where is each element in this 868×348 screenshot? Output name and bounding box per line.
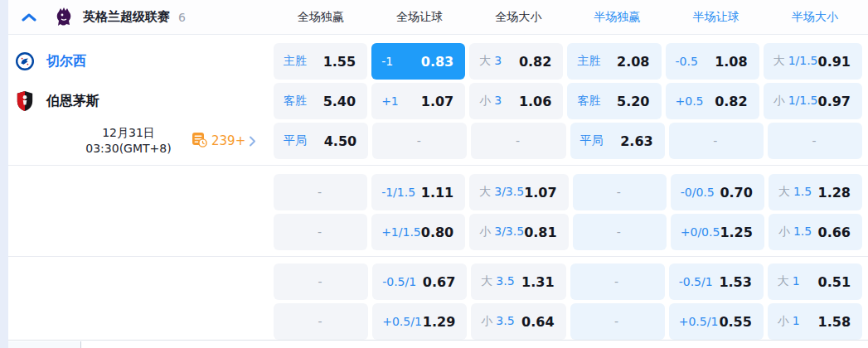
odds-value: 0.51 (818, 274, 851, 290)
odds-row: --1/1.51.11大3/3.51.07--0/0.50.70大1.51.28 (274, 174, 862, 210)
over-under-char: 小 (778, 314, 789, 327)
odds-cell[interactable]: 小3/3.50.81 (469, 214, 568, 250)
over-under-char: 小 (479, 94, 491, 107)
overunder-line-label: 小3.5 (481, 314, 514, 329)
odds-cell[interactable]: +1/1.50.80 (371, 214, 465, 250)
odds-cell[interactable]: -10.83 (371, 43, 465, 80)
dash-placeholder: - (812, 134, 816, 147)
odds-value: 1.06 (519, 94, 551, 109)
match-datetime: 12月31日 03:30(GMT+8) (50, 123, 207, 159)
handicap-line-label: -1 (381, 55, 393, 68)
chevron-right-icon (249, 136, 256, 147)
handicap-line-label: -0.5/1 (679, 275, 713, 288)
handicap-line-label: -0/0.5 (681, 186, 715, 199)
odds-cell[interactable]: 小1.50.66 (769, 214, 862, 250)
odds-cell-empty: - (274, 174, 367, 210)
over-under-char: 大 (778, 274, 789, 288)
odds-grid: 主胜1.55-10.83大30.82主胜2.08-0.51.08大1/1.50.… (274, 0, 862, 348)
odds-cell[interactable]: 主胜2.08 (567, 43, 661, 80)
over-under-char: 大 (778, 185, 790, 198)
match-date: 12月31日 (102, 125, 155, 141)
dash-placeholder: - (318, 186, 322, 199)
overunder-line-label: 大3.5 (481, 274, 514, 289)
overunder-line-label: 大1/1.5 (773, 54, 818, 69)
odds-cell[interactable]: 小1/1.50.97 (764, 83, 862, 119)
odds-value: 0.97 (818, 94, 851, 109)
odds-cell[interactable]: +0.5/10.55 (669, 303, 764, 340)
odds-cell[interactable]: 大3/3.51.07 (469, 174, 568, 210)
odds-cell[interactable]: 大30.82 (469, 43, 563, 80)
next-section-edge (8, 340, 868, 348)
left-edge-strip (0, 0, 8, 348)
odds-row: 客胜5.40+11.07小31.06客胜5.20+0.50.82小1/1.50.… (274, 83, 862, 119)
match-time: 03:30(GMT+8) (85, 141, 171, 157)
collapse-chevron-up-icon[interactable] (15, 12, 43, 22)
odds-value: 0.81 (524, 225, 556, 240)
odds-value: 1.25 (720, 225, 752, 240)
more-markets-link[interactable]: 239+ (192, 123, 256, 159)
odds-cell-empty: - (573, 174, 667, 210)
odds-cell[interactable]: 主胜1.55 (274, 43, 367, 80)
overunder-line-label: 大3/3.5 (479, 185, 524, 200)
odds-cell[interactable]: 小11.58 (768, 303, 862, 340)
odds-value: 1.08 (715, 54, 747, 70)
home-team-row: 切尔西 (15, 43, 86, 80)
league-match-count: 6 (178, 11, 186, 24)
odds-cell[interactable]: 大3.51.31 (471, 263, 565, 300)
odds-cell-empty: - (372, 123, 467, 159)
odds-cell[interactable]: 小31.06 (469, 83, 563, 119)
odds-row: -+0.5/11.29小3.50.64-+0.5/10.55小11.58 (274, 303, 862, 340)
dash-placeholder: - (617, 225, 621, 239)
overunder-line-label: 大1 (778, 274, 800, 289)
odds-cell[interactable]: -0/0.50.70 (671, 174, 764, 210)
odds-value: 0.70 (720, 185, 752, 201)
odds-value: 1.11 (421, 185, 453, 201)
dash-placeholder: - (318, 275, 322, 288)
odds-cell-empty: - (669, 123, 764, 159)
home-team-name[interactable]: 切尔西 (46, 53, 86, 70)
dash-placeholder: - (617, 186, 621, 199)
odds-value: 0.64 (521, 314, 554, 330)
odds-cell[interactable]: -0.5/10.67 (372, 263, 467, 300)
odds-cell[interactable]: -0.5/11.53 (669, 263, 764, 300)
handicap-line-label: +0.5/1 (382, 315, 422, 328)
odds-cell[interactable]: +0.50.82 (666, 83, 759, 119)
odds-cell[interactable]: 大1.51.28 (769, 174, 862, 210)
odds-cell[interactable]: 客胜5.20 (567, 83, 661, 119)
odds-cell[interactable]: 大1/1.50.91 (764, 43, 862, 80)
handicap-line-label: -0.5 (676, 55, 698, 68)
stats-clock-icon (192, 132, 207, 151)
outcome-label: 主胜 (577, 54, 600, 69)
odds-cell[interactable]: 客胜5.40 (274, 83, 367, 119)
bournemouth-crest-icon (15, 90, 35, 112)
odds-value: 1.07 (524, 185, 556, 201)
odds-value: 0.66 (818, 225, 851, 240)
outcome-label: 客胜 (577, 94, 600, 109)
odds-value: 5.40 (323, 94, 356, 109)
odds-cell[interactable]: -1/1.51.11 (371, 174, 465, 210)
odds-value: 0.91 (818, 54, 851, 70)
handicap-line-label: +0.5/1 (679, 315, 719, 328)
odds-value: 1.29 (423, 314, 455, 330)
overunder-line-label: 小1.5 (778, 225, 812, 239)
odds-cell[interactable]: 大10.51 (768, 263, 862, 300)
odds-cell[interactable]: +11.07 (371, 83, 465, 119)
over-under-char: 小 (778, 225, 790, 238)
odds-value: 1.07 (421, 94, 453, 109)
away-team-name[interactable]: 伯恩茅斯 (46, 93, 99, 110)
over-under-char: 大 (479, 185, 491, 198)
odds-cell[interactable]: -0.51.08 (666, 43, 759, 80)
odds-value: 1.53 (719, 274, 751, 290)
outcome-label: 平局 (284, 133, 307, 148)
league-title: 英格兰超级联赛 (83, 9, 170, 25)
overunder-line-label: 大1.5 (778, 185, 812, 200)
odds-row: 平局4.50--平局2.63-- (274, 123, 862, 159)
handicap-line-label: +1/1.5 (381, 225, 421, 239)
odds-cell[interactable]: 平局2.63 (570, 123, 665, 159)
odds-cell[interactable]: +0/0.51.25 (671, 214, 764, 250)
odds-cell[interactable]: 平局4.50 (274, 123, 368, 159)
odds-cell[interactable]: +0.5/11.29 (372, 303, 467, 340)
odds-cell[interactable]: 小3.50.64 (471, 303, 565, 340)
dash-placeholder: - (713, 134, 717, 147)
over-under-char: 小 (479, 225, 491, 238)
